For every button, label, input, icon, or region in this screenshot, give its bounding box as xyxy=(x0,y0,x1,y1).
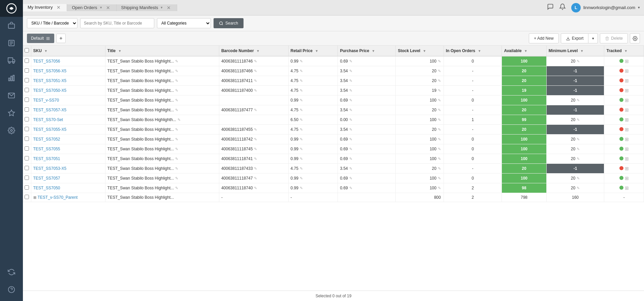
retail-price-edit-icon[interactable]: ✎ xyxy=(300,98,303,102)
purchase-price-edit-icon[interactable]: ✎ xyxy=(349,166,352,171)
row-grid-icon[interactable]: ⊞ xyxy=(625,185,629,191)
sidebar-item-help[interactable] xyxy=(0,281,23,298)
barcode-edit-icon[interactable]: ✎ xyxy=(254,166,257,171)
min-level-edit-icon[interactable]: ✎ xyxy=(577,59,580,63)
sku-link[interactable]: TEST_SS7050-X5 xyxy=(33,88,67,93)
retail-price-edit-icon[interactable]: ✎ xyxy=(300,186,303,190)
tab-shipping-manifests-close[interactable]: ✕ xyxy=(165,4,172,11)
sku-link[interactable]: TEST_v-SS70_Parent xyxy=(38,195,78,200)
purchase-price-edit-icon[interactable]: ✎ xyxy=(349,59,352,63)
title-edit-icon[interactable]: ✎ xyxy=(175,186,178,190)
row-checkbox[interactable] xyxy=(25,88,29,92)
tab-my-inventory[interactable]: My Inventory ✕ xyxy=(23,4,67,11)
row-checkbox[interactable] xyxy=(25,166,29,170)
retail-price-edit-icon[interactable]: ✎ xyxy=(300,176,303,180)
stock-level-edit-icon[interactable]: ✎ xyxy=(438,98,441,102)
barcode-edit-icon[interactable]: ✎ xyxy=(254,69,257,73)
export-dropdown-button[interactable]: ▾ xyxy=(588,33,598,43)
th-minimum-level[interactable]: Minimum Level ▼ xyxy=(546,46,604,56)
row-grid-icon[interactable]: ⊞ xyxy=(625,166,629,171)
retail-price-edit-icon[interactable]: ✎ xyxy=(300,118,303,122)
sku-link[interactable]: TEST_SS7051 xyxy=(33,156,60,161)
row-grid-icon[interactable]: ⊞ xyxy=(625,176,629,181)
barcode-edit-icon[interactable]: ✎ xyxy=(254,88,257,92)
th-retail-price[interactable]: Retail Price ▼ xyxy=(288,46,338,56)
title-edit-icon[interactable]: ✎ xyxy=(175,59,178,63)
row-checkbox[interactable] xyxy=(25,59,29,63)
barcode-edit-icon[interactable]: ✎ xyxy=(254,147,257,151)
row-grid-icon[interactable]: ⊞ xyxy=(625,78,629,83)
retail-price-edit-icon[interactable]: ✎ xyxy=(300,79,303,83)
export-button[interactable]: Export xyxy=(561,33,589,43)
sku-link[interactable]: TEST_SS7053-X5 xyxy=(33,166,67,171)
stock-level-edit-icon[interactable]: ✎ xyxy=(438,69,441,73)
sidebar-item-inventory[interactable] xyxy=(0,17,23,34)
th-available[interactable]: Available ▼ xyxy=(502,46,546,56)
stock-level-edit-icon[interactable]: ✎ xyxy=(438,79,441,83)
retail-price-edit-icon[interactable]: ✎ xyxy=(300,157,303,161)
stock-level-edit-icon[interactable]: ✎ xyxy=(438,186,441,190)
title-edit-icon[interactable]: ✎ xyxy=(175,176,178,180)
barcode-edit-icon[interactable]: ✎ xyxy=(254,157,257,161)
sku-link[interactable]: TEST_SS7055 xyxy=(33,147,60,151)
min-level-edit-icon[interactable]: ✎ xyxy=(577,186,580,190)
sidebar-item-plugins[interactable] xyxy=(0,104,23,122)
row-grid-icon[interactable]: ⊞ xyxy=(625,68,629,74)
stock-level-edit-icon[interactable]: ✎ xyxy=(438,166,441,171)
filter-type-select[interactable]: SKU / Title / BarcodeSKUTitleBarcode xyxy=(27,18,77,28)
purchase-price-edit-icon[interactable]: ✎ xyxy=(349,88,352,92)
retail-price-edit-icon[interactable]: ✎ xyxy=(300,88,303,92)
title-edit-icon[interactable]: ✎ xyxy=(178,118,181,122)
title-edit-icon[interactable]: ✎ xyxy=(175,137,178,141)
select-all-checkbox[interactable] xyxy=(25,48,29,52)
tab-shipping-manifests-dropdown[interactable]: ▾ xyxy=(161,5,163,10)
min-level-edit-icon[interactable]: ✎ xyxy=(577,98,580,102)
row-checkbox[interactable] xyxy=(25,146,29,151)
user-menu[interactable]: L linnworkslogin@gmail.com ▾ xyxy=(571,3,640,12)
settings-button[interactable] xyxy=(630,33,640,43)
sidebar-item-orders[interactable] xyxy=(0,34,23,52)
row-checkbox[interactable] xyxy=(25,98,29,102)
search-input[interactable] xyxy=(80,18,154,28)
title-edit-icon[interactable]: ✎ xyxy=(175,166,178,171)
barcode-edit-icon[interactable]: ✎ xyxy=(254,108,257,112)
row-checkbox[interactable] xyxy=(25,107,29,112)
stock-level-edit-icon[interactable]: ✎ xyxy=(438,108,441,112)
sidebar-item-shipping[interactable] xyxy=(0,52,23,69)
title-edit-icon[interactable]: ✎ xyxy=(175,127,178,131)
sidebar-item-email[interactable] xyxy=(0,87,23,104)
sku-link[interactable]: TEST_SS7056 xyxy=(33,59,60,64)
delete-button[interactable]: Delete xyxy=(600,33,628,43)
stock-level-edit-icon[interactable]: ✎ xyxy=(438,137,441,141)
barcode-edit-icon[interactable]: ✎ xyxy=(254,127,257,131)
row-checkbox[interactable] xyxy=(25,68,29,73)
retail-price-edit-icon[interactable]: ✎ xyxy=(300,69,303,73)
stock-level-edit-icon[interactable]: ✎ xyxy=(438,88,441,92)
th-checkbox[interactable] xyxy=(23,46,31,56)
sku-link[interactable]: TEST_SS7057 xyxy=(33,176,60,181)
purchase-price-edit-icon[interactable]: ✎ xyxy=(349,118,352,122)
th-title[interactable]: Title ▼ xyxy=(105,46,219,56)
title-edit-icon[interactable]: ✎ xyxy=(175,79,178,83)
min-level-edit-icon[interactable]: ✎ xyxy=(577,118,580,122)
barcode-edit-icon[interactable]: ✎ xyxy=(254,137,257,141)
purchase-price-edit-icon[interactable]: ✎ xyxy=(349,108,352,112)
stock-level-edit-icon[interactable]: ✎ xyxy=(438,176,441,180)
barcode-edit-icon[interactable]: ✎ xyxy=(254,59,257,63)
min-level-edit-icon[interactable]: ✎ xyxy=(577,147,580,151)
title-edit-icon[interactable]: ✎ xyxy=(175,69,178,73)
purchase-price-edit-icon[interactable]: ✎ xyxy=(349,147,352,151)
row-checkbox[interactable] xyxy=(25,156,29,160)
row-grid-icon[interactable]: ⊞ xyxy=(625,137,629,142)
retail-price-edit-icon[interactable]: ✎ xyxy=(300,147,303,151)
notification-icon[interactable] xyxy=(559,3,566,12)
retail-price-edit-icon[interactable]: ✎ xyxy=(300,166,303,171)
retail-price-edit-icon[interactable]: ✎ xyxy=(300,127,303,131)
min-level-edit-icon[interactable]: ✎ xyxy=(577,137,580,141)
title-edit-icon[interactable]: ✎ xyxy=(175,157,178,161)
barcode-edit-icon[interactable]: ✎ xyxy=(254,186,257,190)
sku-link[interactable]: TEST_SS7055-X5 xyxy=(33,127,67,132)
purchase-price-edit-icon[interactable]: ✎ xyxy=(349,157,352,161)
row-checkbox[interactable] xyxy=(25,176,29,180)
stock-level-edit-icon[interactable]: ✎ xyxy=(438,59,441,63)
